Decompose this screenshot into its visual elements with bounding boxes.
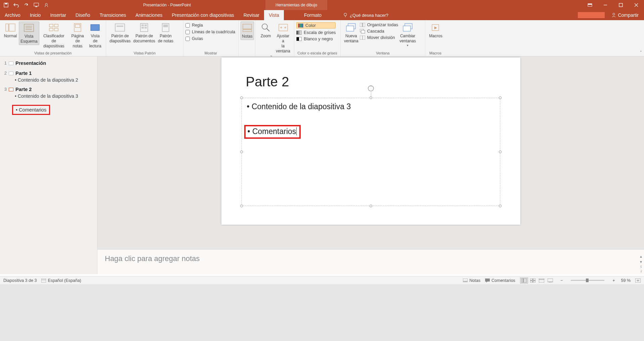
next-slide-icon[interactable]: ⫀ bbox=[639, 269, 643, 273]
start-from-beginning-icon[interactable] bbox=[34, 2, 39, 8]
tab-archivo[interactable]: Archivo bbox=[0, 10, 25, 20]
account-box[interactable] bbox=[578, 12, 605, 18]
ribbon-display-options-icon[interactable] bbox=[582, 0, 598, 10]
maximize-button[interactable] bbox=[613, 0, 629, 10]
scroll-up-icon[interactable]: ▲ bbox=[639, 254, 643, 259]
vertical-scrollbar[interactable]: ▲ ▼ ⪿ ⫀ bbox=[638, 56, 644, 274]
resize-handle-bl[interactable] bbox=[240, 205, 243, 207]
rotate-handle[interactable] bbox=[367, 85, 375, 92]
guides-checkbox[interactable]: Guías bbox=[185, 36, 235, 41]
status-reading-view[interactable] bbox=[538, 278, 546, 284]
slide-chip-icon bbox=[9, 72, 13, 75]
zoom-percent[interactable]: 59 % bbox=[621, 278, 631, 283]
svg-line-40 bbox=[267, 29, 269, 31]
content-textbox[interactable]: • Contenido de la diapositiva 3 • Coment… bbox=[242, 98, 500, 206]
tab-formato[interactable]: Formato bbox=[299, 10, 326, 20]
close-button[interactable] bbox=[629, 0, 644, 10]
switch-windows-button[interactable]: Cambiar ventanas ▾ bbox=[398, 22, 417, 48]
tab-inicio[interactable]: Inicio bbox=[25, 10, 46, 20]
resize-handle-br[interactable] bbox=[499, 205, 502, 207]
zoom-in-button[interactable]: + bbox=[611, 278, 616, 283]
scroll-down-icon[interactable]: ▼ bbox=[639, 259, 643, 264]
notes-master-button[interactable]: Patrón de notas bbox=[157, 22, 175, 44]
outline-slide-2[interactable]: 2 Parte 1 bbox=[0, 70, 97, 77]
reading-view-button[interactable]: Vista de lectura bbox=[87, 22, 104, 49]
tab-insertar[interactable]: Insertar bbox=[45, 10, 71, 20]
resize-handle-tm[interactable] bbox=[370, 96, 372, 99]
fit-to-window-button[interactable]: Ajustar a la ventana bbox=[274, 22, 292, 54]
grayscale-mode-button[interactable]: Escala de grises bbox=[296, 30, 336, 35]
share-button[interactable]: Compartir bbox=[608, 12, 642, 18]
outline-view-button[interactable]: Vista Esquema bbox=[19, 22, 39, 45]
save-icon[interactable] bbox=[3, 2, 9, 8]
tab-transiciones[interactable]: Transiciones bbox=[95, 10, 131, 20]
cascade-button[interactable]: Cascada bbox=[360, 29, 398, 34]
handout-master-button[interactable]: Patrón de documentos bbox=[132, 22, 157, 44]
svg-marker-53 bbox=[434, 27, 437, 29]
normal-view-button[interactable]: Normal bbox=[2, 22, 19, 39]
collapse-ribbon-button[interactable]: ˄ bbox=[640, 50, 642, 55]
svg-rect-62 bbox=[523, 279, 527, 283]
zoom-slider[interactable] bbox=[571, 280, 604, 281]
arrange-all-button[interactable]: Organizar todas bbox=[360, 22, 398, 27]
outline-slide-3-extra[interactable]: • Comentarios bbox=[16, 107, 46, 113]
status-slideshow-view[interactable] bbox=[546, 278, 554, 284]
ruler-checkbox[interactable]: Regla bbox=[185, 23, 235, 28]
outline-slide-2-content[interactable]: • Contenido de la diapositiva 2 bbox=[0, 77, 97, 83]
tab-animaciones[interactable]: Animaciones bbox=[131, 10, 167, 20]
prev-slide-icon[interactable]: ⪿ bbox=[639, 264, 643, 269]
tab-diseno[interactable]: Diseño bbox=[71, 10, 95, 20]
slide-chip-icon bbox=[9, 88, 13, 91]
status-sorter-view[interactable] bbox=[529, 278, 537, 284]
notes-page-button[interactable]: Página de notas bbox=[69, 22, 87, 49]
slide-master-button[interactable]: Patrón de diapositivas bbox=[108, 22, 132, 44]
notes-pane[interactable]: Haga clic para agregar notas bbox=[97, 249, 644, 274]
resize-handle-ml[interactable] bbox=[240, 151, 243, 153]
tell-me-search[interactable]: ¿Qué desea hacer? bbox=[343, 10, 388, 20]
svg-rect-65 bbox=[530, 281, 532, 283]
status-bar: Diapositiva 3 de 3 Español (España) Nota… bbox=[0, 276, 644, 284]
move-split-button[interactable]: Mover división bbox=[360, 35, 398, 40]
new-window-button[interactable]: Nueva ventana bbox=[343, 22, 360, 44]
svg-rect-14 bbox=[6, 24, 8, 31]
svg-rect-21 bbox=[54, 24, 58, 27]
redo-icon[interactable] bbox=[24, 2, 29, 8]
color-mode-button[interactable]: Color bbox=[296, 22, 336, 29]
slide-sorter-button[interactable]: Clasificador de diapositivas bbox=[39, 22, 69, 49]
slide-canvas[interactable]: Parte 2 • Contenido de la diapositiva 3 … bbox=[221, 57, 520, 225]
zoom-button[interactable]: Zoom bbox=[257, 22, 274, 39]
outline-slide-3-content[interactable]: • Contenido de la diapositiva 3 bbox=[0, 93, 97, 99]
undo-icon[interactable] bbox=[13, 2, 19, 8]
resize-handle-bm[interactable] bbox=[370, 205, 372, 207]
contextual-tab-drawing-tools: Herramientas de dibujo bbox=[265, 0, 327, 10]
outline-pane[interactable]: 1 Presentación 2 Parte 1 • Contenido de … bbox=[0, 56, 97, 274]
resize-handle-tl[interactable] bbox=[240, 96, 243, 99]
zoom-thumb[interactable] bbox=[586, 279, 589, 282]
slide-bullet-2[interactable]: • Comentarios bbox=[248, 127, 296, 136]
gridlines-checkbox[interactable]: Líneas de la cuadrícula bbox=[185, 30, 235, 34]
tab-presentacion[interactable]: Presentación con diapositivas bbox=[167, 10, 239, 20]
minimize-button[interactable] bbox=[598, 0, 613, 10]
svg-rect-20 bbox=[49, 24, 53, 27]
status-language[interactable]: Español (España) bbox=[41, 278, 81, 283]
tab-revisar[interactable]: Revisar bbox=[239, 10, 264, 20]
outline-slide-3[interactable]: 3 Parte 2 bbox=[0, 86, 97, 93]
svg-rect-31 bbox=[141, 25, 144, 26]
status-normal-view[interactable] bbox=[520, 278, 528, 284]
touch-mode-icon[interactable] bbox=[44, 2, 49, 8]
notes-toggle-button[interactable]: Notas bbox=[241, 22, 254, 40]
tab-vista[interactable]: Vista bbox=[264, 10, 284, 20]
slide-bullet-2-highlight: • Comentarios bbox=[244, 125, 301, 139]
slide-title-text[interactable]: Parte 2 bbox=[246, 74, 289, 89]
macros-button[interactable]: Macros bbox=[427, 22, 444, 39]
bw-mode-button[interactable]: Blanco y negro bbox=[296, 36, 336, 41]
status-comments-button[interactable]: Comentarios bbox=[485, 278, 515, 283]
zoom-out-button[interactable]: − bbox=[559, 278, 564, 283]
outline-slide-1[interactable]: 1 Presentación bbox=[0, 60, 97, 67]
fit-to-window-status[interactable] bbox=[635, 279, 641, 283]
resize-handle-tr[interactable] bbox=[499, 96, 502, 99]
resize-handle-mr[interactable] bbox=[499, 151, 502, 153]
group-label-color: Color o escala de grises bbox=[294, 50, 340, 56]
slide-bullet-1[interactable]: • Contenido de la diapositiva 3 bbox=[247, 102, 351, 111]
status-notes-button[interactable]: Notas bbox=[463, 278, 480, 283]
